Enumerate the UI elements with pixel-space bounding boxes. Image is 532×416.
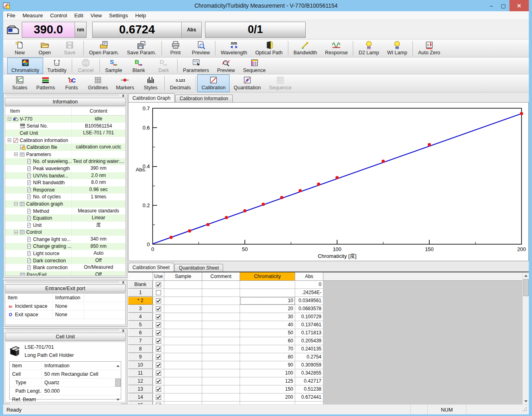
toolbar-button-bandwidth[interactable]: Bandwidth xyxy=(290,39,321,57)
sheet-cell-use-1[interactable] xyxy=(153,289,164,297)
sheet-cell-sample-7[interactable] xyxy=(164,337,202,345)
sheet-cell-abs-8[interactable]: 0.240135 xyxy=(295,345,323,353)
sheet-cell-chromaticity-12[interactable]: 125 xyxy=(240,377,295,385)
use-checkbox[interactable] xyxy=(153,305,164,313)
toolbar-button-blank[interactable]: BBlank xyxy=(126,58,151,74)
sheet-cell-abs-3[interactable]: 0.0683578 xyxy=(295,305,323,313)
toolbar-button-markers[interactable]: Markers xyxy=(112,74,138,92)
sheet-cell-use-13[interactable] xyxy=(153,385,164,393)
toolbar-button-response[interactable]: Response xyxy=(321,39,352,57)
sheet-cell-comment-8[interactable] xyxy=(202,345,240,353)
graph-tab-calibration-graph[interactable]: Calibration Graph xyxy=(128,93,175,102)
sheet-cell-sample-12[interactable] xyxy=(164,377,202,385)
sheet-cell-comment-10[interactable] xyxy=(202,361,240,369)
use-checkbox[interactable] xyxy=(153,402,164,404)
tree-row-unit[interactable]: Unit度 xyxy=(5,222,125,229)
sheet-cell-comment-15[interactable] xyxy=(202,402,240,404)
sheet-column-header-chromaticity[interactable]: Chromaticity xyxy=(240,272,295,281)
sheet-cell-chromaticity-11[interactable]: 100 xyxy=(240,369,295,377)
photometric-unit-button[interactable]: Abs xyxy=(181,22,201,37)
port-panel-grip[interactable]: x xyxy=(5,281,126,284)
sheet-cell-comment-14[interactable] xyxy=(202,393,240,402)
sheet-cell-abs-10[interactable]: 0.309059 xyxy=(295,361,323,369)
sheet-cell-abs-4[interactable]: 0.100729 xyxy=(295,313,323,321)
sheet-cell-sample-4[interactable] xyxy=(164,313,202,321)
cell-scroll-up-icon[interactable] xyxy=(115,362,121,370)
tree-row-nir-bandwidth[interactable]: NIR bandwidth8.0 nm xyxy=(5,179,125,186)
sheet-cell-use-11[interactable] xyxy=(153,369,164,377)
sheet-cell-comment-4[interactable] xyxy=(202,313,240,321)
sheet-cell-chromaticity-7[interactable]: 60 xyxy=(240,337,295,345)
sheet-cell-sample-11[interactable] xyxy=(164,369,202,377)
toolbar-button-preview[interactable]: Preview xyxy=(188,39,214,57)
menu-item-settings[interactable]: Settings xyxy=(106,11,132,20)
sheet-column-header-comment[interactable]: Comment xyxy=(202,272,240,281)
toolbar-button-d2-lamp[interactable]: D2D2 Lamp xyxy=(354,39,383,57)
sheet-cell-sample-10[interactable] xyxy=(164,361,202,369)
cell-unit-panel-close-icon[interactable]: x xyxy=(121,328,126,333)
sheet-cell-abs-7[interactable]: 0.205439 xyxy=(295,337,323,345)
tree-row-parameters[interactable]: Parameters xyxy=(5,151,125,158)
sheet-cell-abs-9[interactable]: 0.2754 xyxy=(295,353,323,361)
cell-row-type[interactable]: TypeQuartz xyxy=(10,379,121,387)
information-panel-grip[interactable]: x xyxy=(5,94,126,97)
sheet-row-header-6[interactable]: 6 xyxy=(128,329,153,337)
sheet-cell-chromaticity-blank[interactable] xyxy=(240,281,295,289)
toolbar-button-fonts[interactable]: bCFonts xyxy=(59,74,84,92)
sheet-cell-use-5[interactable] xyxy=(153,321,164,329)
sheet-cell-sample-1[interactable] xyxy=(164,289,202,297)
tree-row-v-770[interactable]: V-770idle xyxy=(5,115,125,123)
sheet-column-header-abs[interactable]: Abs xyxy=(295,272,323,281)
toolbar-button-wi-lamp[interactable]: WIWI Lamp xyxy=(383,39,411,57)
toolbar-button-sequence[interactable]: Sequence xyxy=(239,58,269,74)
sheet-row-header-13[interactable]: 13 xyxy=(128,385,153,393)
toolbar-button-chromaticity[interactable]: Chromaticity xyxy=(7,58,43,74)
sheet-cell-abs-11[interactable]: 0.342855 xyxy=(295,369,323,377)
tree-row-blank-correction[interactable]: Blank correctionOn/Measured xyxy=(5,264,125,271)
cell-scrollbar-track[interactable] xyxy=(115,379,121,387)
tree-row-method[interactable]: MethodMeasure standards xyxy=(5,208,125,215)
toolbar-button-wavelength[interactable]: nmWavelength xyxy=(217,39,251,57)
close-button[interactable]: ✕ xyxy=(509,0,529,11)
use-checkbox[interactable] xyxy=(153,329,164,337)
tree-row-light-source[interactable]: Light sourceAuto xyxy=(5,250,125,257)
sheet-row-header-blank[interactable]: Blank xyxy=(128,281,153,289)
sheet-cell-sample-blank[interactable] xyxy=(164,281,202,289)
toolbar-button-patterns[interactable]: Patterns xyxy=(32,74,59,92)
sheet-cell-sample-8[interactable] xyxy=(164,345,202,353)
sheet-cell-sample-5[interactable] xyxy=(164,321,202,329)
sheet-cell-sample-6[interactable] xyxy=(164,329,202,337)
sheet-cell-use-3[interactable] xyxy=(153,305,164,313)
sheet-cell-chromaticity-13[interactable]: 150 xyxy=(240,385,295,393)
menu-item-help[interactable]: Help xyxy=(132,11,150,20)
tree-expander-icon[interactable] xyxy=(14,152,18,156)
port-row-exit-space[interactable]: OExit spaceNone xyxy=(5,311,125,319)
sheet-cell-sample-2[interactable] xyxy=(164,297,202,305)
sheet-row-header-10[interactable]: 10 xyxy=(128,361,153,369)
minimize-button[interactable]: – xyxy=(485,0,497,11)
sheet-cell-sample-15[interactable] xyxy=(164,402,202,404)
sheet-row-header-1[interactable]: 1 xyxy=(128,289,153,297)
toolbar-button-open-param[interactable]: Open Param. xyxy=(85,39,123,57)
sheet-cell-abs-5[interactable]: 0.137461 xyxy=(295,321,323,329)
sheet-cell-chromaticity-14[interactable]: 200 xyxy=(240,393,295,402)
sheet-cell-comment-13[interactable] xyxy=(202,385,240,393)
sheet-cell-use-7[interactable] xyxy=(153,337,164,345)
resize-grip[interactable] xyxy=(522,405,529,415)
sheet-cell-comment-6[interactable] xyxy=(202,329,240,337)
sheet-row-header-8[interactable]: 8 xyxy=(128,345,153,353)
sheet-cell-abs-blank[interactable]: 0 xyxy=(295,281,323,289)
menu-item-file[interactable]: File xyxy=(3,11,19,20)
tree-row-peak-wavelength[interactable]: Peak wavelength390 nm xyxy=(5,165,125,172)
tree-expander-icon[interactable] xyxy=(8,117,11,121)
sheet-cell-sample-14[interactable] xyxy=(164,393,202,402)
use-checkbox[interactable] xyxy=(153,289,164,297)
wavelength-unit-button[interactable]: nm xyxy=(75,22,86,37)
sheet-cell-chromaticity-5[interactable]: 40 xyxy=(240,321,295,329)
menu-item-edit[interactable]: Edit xyxy=(70,11,87,20)
sheet-cell-comment-7[interactable] xyxy=(202,337,240,345)
sheet-cell-chromaticity-9[interactable]: 80 xyxy=(240,353,295,361)
use-checkbox[interactable] xyxy=(153,377,164,385)
tree-row-no-of-cycles[interactable]: No. of cycles1 times xyxy=(5,194,125,201)
use-checkbox[interactable] xyxy=(153,353,164,361)
